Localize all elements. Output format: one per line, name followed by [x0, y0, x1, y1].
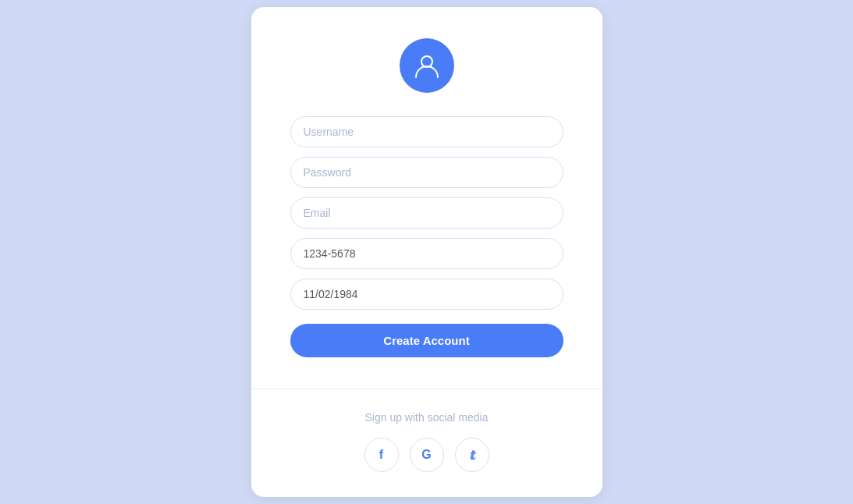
signup-card: Create Account Sign up with social media…	[251, 7, 602, 497]
facebook-button[interactable]: f	[364, 438, 399, 472]
card-bottom-section: Sign up with social media f G 𝕥	[251, 389, 602, 497]
card-top-section: Create Account	[251, 7, 602, 389]
twitter-icon: 𝕥	[469, 448, 474, 463]
phone-input[interactable]	[290, 238, 563, 269]
form-fields: Create Account	[290, 116, 563, 357]
svg-point-0	[421, 56, 432, 67]
dob-input[interactable]	[290, 279, 563, 310]
social-media-label: Sign up with social media	[365, 411, 489, 424]
password-input[interactable]	[290, 157, 563, 188]
create-account-button[interactable]: Create Account	[290, 324, 563, 357]
username-input[interactable]	[290, 116, 563, 147]
twitter-button[interactable]: 𝕥	[455, 438, 489, 472]
email-input[interactable]	[290, 197, 563, 229]
google-icon: G	[421, 448, 431, 462]
google-button[interactable]: G	[410, 438, 444, 472]
social-icons-group: f G 𝕥	[364, 438, 489, 472]
avatar-icon	[400, 38, 454, 93]
facebook-icon: f	[379, 448, 383, 462]
